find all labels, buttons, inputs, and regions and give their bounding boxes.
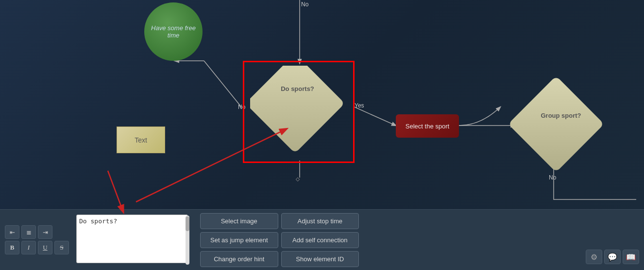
svg-line-1	[204, 61, 241, 107]
node-group-sport-container[interactable]: Group sport?	[512, 85, 610, 175]
bottom-right-icons: ⚙ 💬 📖	[586, 215, 639, 265]
add-self-connection-btn[interactable]: Add self connection	[281, 232, 359, 248]
italic-btn[interactable]: I	[21, 241, 36, 254]
node-do-sports-container[interactable]: Do sports?	[243, 61, 355, 163]
node-select-sport[interactable]: Select the sport	[396, 114, 459, 138]
svg-line-3	[355, 107, 396, 126]
underline-btn[interactable]: U	[38, 241, 52, 254]
change-order-hint-btn[interactable]: Change order hint	[200, 251, 278, 267]
book-btn[interactable]: 📖	[623, 250, 639, 264]
text-editor-wrapper: Do sports?	[76, 215, 190, 266]
group-sport-diamond	[508, 76, 604, 172]
group-sport-label: Group sport?	[512, 112, 610, 119]
action-buttons-grid: Select image Adjust stop time Set as jum…	[200, 213, 359, 267]
select-image-btn[interactable]: Select image	[200, 213, 278, 229]
bottom-panel: ⇤ ≣ ⇥ B I U S Do sports? Select image Ad…	[0, 209, 644, 270]
diamond-label: Do sports?	[250, 85, 345, 92]
show-element-id-btn[interactable]: Show element ID	[281, 251, 359, 267]
format-row: B I U S	[5, 241, 69, 254]
text-toolbar: ⇤ ≣ ⇥ B I U S	[5, 225, 69, 254]
align-left-btn[interactable]: ⇤	[5, 225, 19, 239]
set-as-jump-btn[interactable]: Set as jump element	[200, 232, 278, 248]
bold-btn[interactable]: B	[5, 241, 19, 254]
node-have-free-time[interactable]: Have some free time	[144, 2, 203, 61]
no-label-bottom-right: No	[549, 174, 556, 181]
down-arrow-indicator: ⬦	[295, 173, 301, 184]
alignment-row: ⇤ ≣ ⇥	[5, 225, 69, 239]
no-label-top: No	[301, 1, 308, 8]
strikethrough-btn[interactable]: S	[54, 241, 69, 254]
canvas-area[interactable]: No No Yes Yes No Have some free time Tex…	[0, 0, 644, 209]
bubble-btn[interactable]: 💬	[604, 250, 621, 264]
text-editor[interactable]: Do sports?	[76, 215, 188, 263]
node-text[interactable]: Text	[117, 126, 165, 153]
diamond-shape	[250, 66, 345, 153]
adjust-stop-time-btn[interactable]: Adjust stop time	[281, 213, 359, 229]
align-center-btn[interactable]: ≣	[21, 225, 36, 239]
yes-label-right: Yes	[355, 102, 364, 109]
align-right-btn[interactable]: ⇥	[38, 225, 52, 239]
gear-btn[interactable]: ⚙	[586, 250, 602, 264]
